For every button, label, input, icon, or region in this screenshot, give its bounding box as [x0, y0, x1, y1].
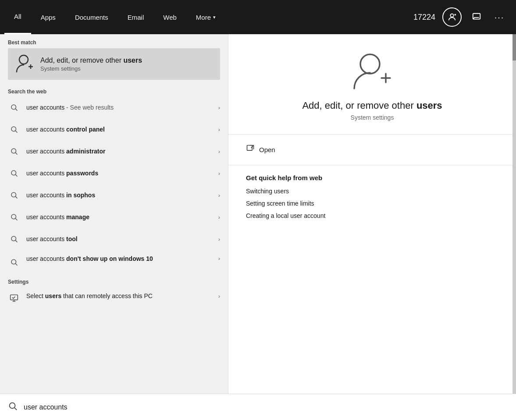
svg-point-4 — [19, 55, 28, 64]
chevron-right-icon: › — [218, 148, 220, 155]
nav-email[interactable]: Email — [118, 0, 154, 34]
help-link-screen-time[interactable]: Setting screen time limits — [246, 200, 498, 207]
list-item[interactable]: user accounts don't show up on windows 1… — [0, 250, 228, 274]
chevron-right-icon: › — [218, 192, 220, 199]
search-bar-icon — [8, 401, 18, 413]
best-match-subtitle: System settings — [40, 65, 142, 72]
score-badge: 17224 — [413, 13, 435, 22]
search-icon — [8, 167, 20, 179]
chevron-right-icon: › — [218, 214, 220, 221]
list-item[interactable]: user accounts - See web results › — [0, 96, 228, 118]
settings-label: Settings — [0, 274, 228, 287]
list-item[interactable]: user accounts passwords › — [0, 162, 228, 184]
main-container: Best match Add, edit, or remove other us… — [0, 34, 516, 394]
search-input[interactable] — [24, 403, 508, 411]
svg-point-7 — [11, 105, 16, 110]
account-icon[interactable] — [442, 7, 462, 27]
chevron-right-icon: › — [218, 104, 220, 111]
result-text: user accounts - See web results — [26, 104, 218, 111]
chevron-right-icon: › — [218, 170, 220, 177]
search-icon — [8, 189, 20, 201]
nav-bar: All Apps Documents Email Web More ▾ — [4, 0, 413, 34]
nav-documents[interactable]: Documents — [65, 0, 118, 34]
nav-all[interactable]: All — [4, 0, 31, 34]
more-options-icon[interactable]: ··· — [491, 9, 507, 25]
result-text: user accounts tool — [26, 235, 218, 242]
list-item[interactable]: user accounts tool › — [0, 228, 228, 250]
svg-line-20 — [15, 240, 17, 242]
svg-line-16 — [15, 196, 17, 198]
scrollbar-thumb[interactable] — [512, 34, 516, 61]
nav-apps[interactable]: Apps — [31, 0, 65, 34]
svg-point-11 — [11, 149, 16, 153]
list-item[interactable]: user accounts administrator › — [0, 140, 228, 162]
left-panel: Best match Add, edit, or remove other us… — [0, 34, 228, 394]
scrollbar[interactable] — [512, 34, 516, 394]
svg-line-14 — [15, 174, 17, 176]
result-text: user accounts control panel — [26, 126, 218, 133]
search-icon — [8, 101, 20, 114]
chevron-right-icon: › — [218, 255, 220, 262]
svg-line-22 — [15, 263, 17, 265]
top-bar: All Apps Documents Email Web More ▾ 1722… — [0, 0, 516, 34]
open-button[interactable]: Open — [246, 142, 498, 158]
settings-item[interactable]: Select users that can remotely access th… — [0, 287, 228, 310]
settings-remote-icon — [8, 292, 20, 304]
right-open-section: Open — [228, 135, 516, 165]
svg-line-12 — [15, 153, 17, 154]
svg-point-24 — [360, 54, 380, 74]
search-icon — [8, 123, 20, 135]
result-text: user accounts in sophos — [26, 192, 218, 199]
help-link-switching[interactable]: Switching users — [246, 188, 498, 195]
search-icon — [8, 233, 20, 245]
best-match-text: Add, edit, or remove other users System … — [40, 57, 142, 72]
best-match-user-icon — [15, 54, 34, 74]
result-text: user accounts administrator — [26, 148, 218, 155]
best-match-item[interactable]: Add, edit, or remove other users System … — [8, 48, 220, 80]
user-add-large-icon — [352, 52, 392, 91]
open-label: Open — [259, 146, 275, 153]
right-panel: Add, edit, or remove other users System … — [228, 34, 516, 394]
svg-line-18 — [15, 218, 17, 220]
list-item[interactable]: user accounts manage › — [0, 206, 228, 228]
right-subtitle: System settings — [351, 114, 394, 121]
svg-line-8 — [15, 109, 17, 110]
list-item[interactable]: user accounts in sophos › — [0, 184, 228, 206]
search-icon — [8, 256, 20, 268]
chevron-right-icon: › — [218, 126, 220, 133]
search-icon — [8, 211, 20, 223]
quick-help-section: Get quick help from web Switching users … — [228, 165, 516, 233]
result-text: user accounts passwords — [26, 170, 218, 177]
best-match-section: Best match Add, edit, or remove other us… — [0, 34, 228, 83]
nav-web[interactable]: Web — [153, 0, 186, 34]
chevron-right-icon: › — [218, 293, 220, 299]
svg-line-30 — [14, 408, 17, 410]
quick-help-title: Get quick help from web — [246, 174, 498, 182]
open-external-icon — [246, 144, 255, 155]
right-title: Add, edit, or remove other users — [302, 100, 442, 111]
best-match-label: Best match — [8, 39, 220, 46]
svg-point-0 — [450, 14, 453, 17]
result-text: user accounts manage — [26, 214, 218, 221]
svg-point-19 — [11, 236, 16, 241]
svg-point-21 — [11, 260, 16, 264]
settings-text: Select users that can remotely access th… — [26, 292, 218, 301]
svg-point-29 — [10, 403, 15, 409]
list-item[interactable]: user accounts control panel › — [0, 118, 228, 140]
nav-more[interactable]: More ▾ — [186, 0, 225, 34]
svg-point-9 — [11, 127, 16, 132]
chevron-right-icon: › — [218, 236, 220, 242]
help-link-local-account[interactable]: Creating a local user account — [246, 212, 498, 219]
best-match-title: Add, edit, or remove other users — [40, 57, 142, 64]
result-text: user accounts don't show up on windows 1… — [26, 255, 218, 262]
svg-point-15 — [11, 192, 16, 197]
svg-line-10 — [15, 131, 17, 132]
svg-point-13 — [11, 171, 16, 175]
right-top: Add, edit, or remove other users System … — [228, 34, 516, 135]
more-chevron-icon: ▾ — [213, 14, 216, 20]
svg-point-17 — [11, 214, 16, 219]
top-bar-right: 17224 ··· — [413, 7, 512, 27]
search-bar — [0, 394, 516, 420]
feedback-icon[interactable] — [469, 9, 484, 25]
search-icon — [8, 145, 20, 157]
